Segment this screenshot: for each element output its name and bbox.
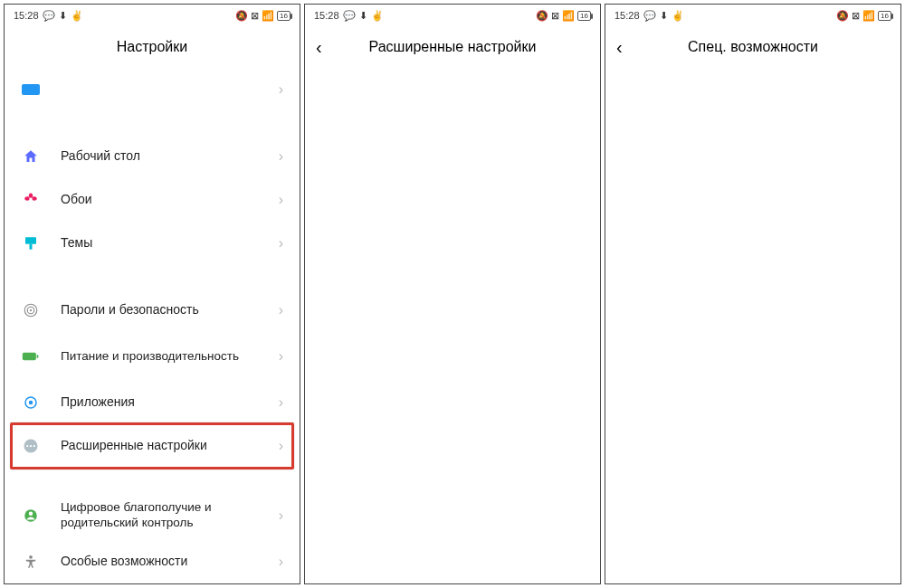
- wifi-icon: 📶: [562, 10, 575, 22]
- wifi-icon: 📶: [862, 10, 875, 22]
- page-title: Расширенные настройки: [369, 39, 537, 55]
- row-wallpaper[interactable]: Обои›: [5, 178, 300, 222]
- svg-point-15: [29, 512, 33, 517]
- chevron-right-icon: ›: [279, 438, 283, 454]
- row-wellbeing[interactable]: Цифровое благополучие и родительский кон…: [5, 491, 300, 540]
- download-icon: ⬇: [359, 10, 367, 22]
- row-battery[interactable]: Питание и производительность›: [5, 332, 300, 381]
- svg-rect-1: [25, 237, 36, 244]
- wifi-icon: 📶: [262, 10, 274, 22]
- chevron-right-icon: ›: [279, 302, 283, 318]
- row-label: Темы: [61, 235, 279, 251]
- hand-icon: ✌: [371, 10, 384, 22]
- row-apps[interactable]: Приложения›: [5, 381, 300, 424]
- row-security[interactable]: Пароли и безопасность›: [5, 289, 300, 332]
- flower-icon: [21, 190, 41, 210]
- dnd-icon: 🔕: [235, 10, 248, 22]
- advanced-list[interactable]: [305, 68, 600, 583]
- phone-accessibility: 15:28💬⬇✌ 🔕⊠📶16 ‹ Спец. возможности: [605, 4, 901, 584]
- back-button[interactable]: ‹: [616, 37, 623, 58]
- chevron-right-icon: ›: [279, 507, 283, 524]
- svg-rect-7: [37, 355, 39, 357]
- svg-rect-2: [30, 244, 33, 250]
- status-bar: 15:28💬⬇✌ 🔕⊠📶16: [605, 5, 900, 26]
- header: Настройки: [5, 26, 300, 68]
- status-time: 15:28: [314, 10, 339, 21]
- header: ‹ Спец. возможности: [605, 26, 900, 68]
- brush-icon: [21, 233, 41, 253]
- row-label: Рабочий стол: [61, 148, 279, 165]
- row-label: Расширенные настройки: [61, 438, 279, 454]
- row-special[interactable]: Особые возможности›: [5, 540, 300, 583]
- settings-list[interactable]: ›Рабочий стол›Обои›Темы›Пароли и безопас…: [5, 68, 300, 583]
- wellbeing-icon: [21, 506, 41, 526]
- row-label: Обои: [61, 192, 279, 208]
- svg-point-12: [30, 445, 32, 447]
- hand-icon: ✌: [71, 10, 83, 22]
- download-icon: ⬇: [660, 10, 668, 22]
- row-advanced[interactable]: Расширенные настройки›: [5, 424, 300, 468]
- chevron-right-icon: ›: [279, 554, 283, 570]
- dots-icon: [21, 436, 41, 456]
- row-home[interactable]: Рабочий стол›: [5, 135, 300, 178]
- chat-icon: 💬: [343, 10, 356, 22]
- status-time: 15:28: [14, 10, 39, 21]
- svg-point-11: [26, 445, 28, 447]
- chevron-right-icon: ›: [279, 192, 283, 208]
- chevron-right-icon: ›: [279, 348, 283, 365]
- phone-advanced: 15:28💬⬇✌ 🔕⊠📶16 ‹ Расширенные настройки: [304, 4, 601, 584]
- status-bar: 15:28💬⬇✌ 🔕⊠📶16: [305, 5, 600, 26]
- chat-icon: 💬: [43, 10, 55, 22]
- hand-icon: ✌: [672, 10, 684, 22]
- svg-rect-6: [23, 353, 36, 360]
- close-box-icon: ⊠: [251, 10, 259, 22]
- dnd-icon: 🔕: [536, 10, 548, 22]
- page-title: Спец. возможности: [688, 39, 818, 55]
- svg-rect-0: [22, 84, 40, 95]
- close-box-icon: ⊠: [852, 10, 860, 22]
- dnd-icon: 🔕: [836, 10, 849, 22]
- row-themes[interactable]: Темы›: [5, 222, 300, 265]
- gear-icon: [21, 393, 41, 413]
- row-label: Цифровое благополучие и родительский кон…: [61, 500, 279, 531]
- status-time: 15:28: [614, 10, 640, 21]
- chevron-right-icon: ›: [279, 235, 283, 251]
- row-label: Особые возможности: [61, 554, 279, 570]
- chat-icon: 💬: [643, 10, 656, 22]
- battery-icon: 16: [577, 11, 591, 21]
- svg-point-5: [30, 309, 32, 311]
- chevron-right-icon: ›: [279, 81, 283, 98]
- svg-point-16: [29, 555, 33, 559]
- home-icon: [21, 147, 41, 166]
- battery-icon: 16: [277, 11, 291, 21]
- row-label: Питание и производительность: [61, 349, 279, 365]
- page-title: Настройки: [117, 39, 187, 55]
- accessibility-icon: [21, 552, 41, 572]
- row-notify-truncated[interactable]: ›: [5, 68, 300, 111]
- row-label: Приложения: [61, 394, 279, 411]
- status-bar: 15:28💬⬇✌ 🔕⊠📶16: [5, 5, 300, 26]
- svg-point-13: [33, 445, 35, 447]
- download-icon: ⬇: [59, 10, 67, 22]
- back-button[interactable]: ‹: [316, 37, 322, 58]
- header: ‹ Расширенные настройки: [305, 26, 600, 68]
- phone-settings: 15:28💬⬇✌ 🔕⊠📶16 Настройки ›Рабочий стол›О…: [4, 4, 300, 584]
- fingerprint-icon: [21, 300, 41, 320]
- accessibility-list[interactable]: [605, 68, 900, 583]
- svg-point-9: [29, 401, 33, 405]
- battery-icon: [21, 346, 41, 366]
- close-box-icon: ⊠: [551, 10, 559, 22]
- chevron-right-icon: ›: [279, 394, 283, 411]
- battery-icon: 16: [878, 11, 891, 21]
- blue-square-icon: [21, 80, 41, 100]
- chevron-right-icon: ›: [279, 148, 283, 165]
- row-label: Пароли и безопасность: [61, 302, 279, 318]
